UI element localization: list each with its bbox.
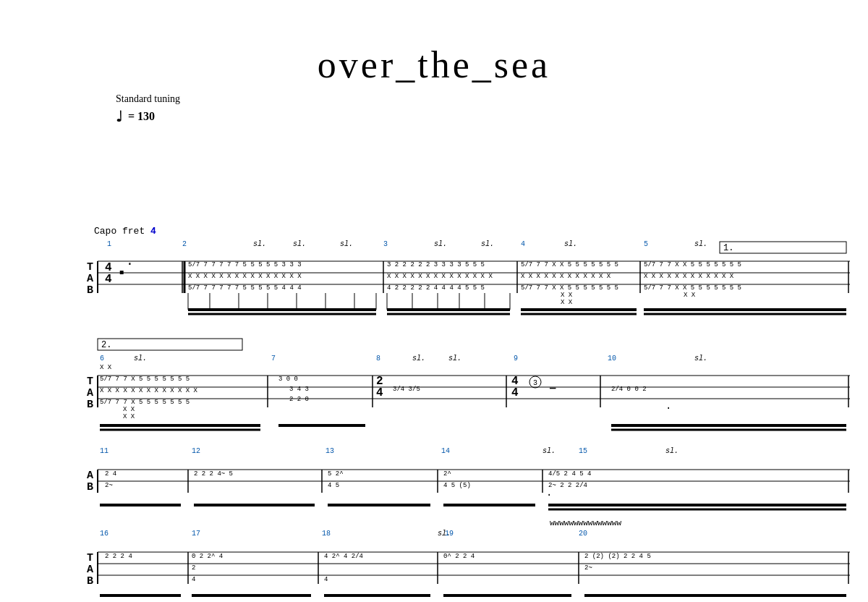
tab-svg: Capo fret 4 1 2 sl. sl. sl. 3 sl. sl. 4 … <box>65 129 861 602</box>
measure-18: 18 <box>322 530 331 538</box>
measure-17: 17 <box>192 530 200 538</box>
m5-t: 5/7 7 7 X X 5 5 5 5 5 5 5 <box>644 261 741 268</box>
ending-2-label: 2. <box>101 340 111 350</box>
m4-xx-1: X X <box>561 292 573 299</box>
measure-10: 10 <box>608 355 616 363</box>
m3-t: 3 2 2 2 2 2 3 3 3 3 5 5 5 <box>387 261 485 268</box>
m20-t: 2 (2) (2) 2 2 4 5 <box>584 553 651 560</box>
tab-T-2: T <box>87 376 93 388</box>
page: over_the_sea Standard tuning ♩ = 130 Cap… <box>0 0 868 602</box>
note-symbol: ♩ <box>116 108 122 125</box>
ending-1-label: 1. <box>723 243 733 253</box>
m7-a-mid: 2 2 0 <box>289 396 309 403</box>
m18-t: 4 2^ 4 2/4 <box>324 553 363 560</box>
m6-xx-2: X X <box>123 406 135 413</box>
tab-A: A <box>87 273 93 285</box>
time-sig-bottom: 4 <box>105 273 112 286</box>
trill-marking: wwwwwwwwwwwwwww <box>550 519 621 527</box>
measure-3: 3 <box>383 240 388 248</box>
m6-xx: X X <box>100 364 112 371</box>
m13-b: 4 5 <box>328 482 339 489</box>
circled-3: 3 <box>533 379 537 387</box>
tab-T: T <box>87 261 93 274</box>
m6-a: X X X X X X X X X X X X X <box>100 387 198 394</box>
m14-a: 2^ <box>443 470 451 478</box>
m15-b: 2~ 2 2 2/4 <box>548 482 587 489</box>
m17-a: 2 <box>192 564 195 572</box>
m6-b: 5/7 7 7 X 5 5 5 5 5 5 5 <box>100 399 190 406</box>
tab-B-3: B <box>87 481 93 493</box>
measure-8: 8 <box>376 355 380 363</box>
sl-6: sl. <box>564 240 577 248</box>
measure-11: 11 <box>100 447 109 455</box>
m12-a: 2 2 2 4~ 5 <box>194 470 233 478</box>
measure-16: 16 <box>100 530 109 538</box>
dot-m15: · <box>546 489 552 501</box>
sl-9: sl. <box>412 355 425 363</box>
m10-notes: 2/4 0 0 2 <box>611 386 647 393</box>
measure-9: 9 <box>514 355 518 363</box>
measure-6: 6 <box>100 355 104 363</box>
m5-b: 5/7 7 7 X X 5 5 5 5 5 5 5 <box>644 284 741 292</box>
tab-A-2: A <box>87 387 93 399</box>
tempo-info: ♩ = 130 <box>116 108 825 125</box>
sl-1: sl. <box>253 240 266 248</box>
sl-10: sl. <box>448 355 461 363</box>
m4-a: X X X X X X X X X X X X <box>521 273 611 280</box>
measure-13: 13 <box>326 447 334 455</box>
m17-b: 4 <box>192 576 195 583</box>
m4-b: 5/7 7 7 X X 5 5 5 5 5 5 5 <box>521 284 618 292</box>
m17-t: 0 2 2^ 4 <box>192 553 223 560</box>
measure-20: 20 <box>579 530 587 538</box>
sl-3: sl. <box>340 240 353 248</box>
sl-5: sl. <box>481 240 494 248</box>
m15-a: 4/5 2 4 5 4 <box>548 470 591 478</box>
m6-xx-3: X X <box>123 413 135 420</box>
tab-A-3: A <box>87 470 93 482</box>
measure-14: 14 <box>441 447 450 455</box>
meta-info: Standard tuning ♩ = 130 <box>101 93 825 125</box>
measure-19: 19 <box>445 530 454 538</box>
m7-t: 3 0 0 <box>278 376 298 383</box>
dot-1: · <box>126 257 134 271</box>
rest-dash: — <box>549 382 556 394</box>
measure-5: 5 <box>644 240 648 248</box>
m5-a: X X X X X X X X X X X X <box>644 273 734 280</box>
m13-a: 5 2^ <box>328 470 344 478</box>
ending-1-box <box>720 242 846 253</box>
tab-notation: Capo fret 4 1 2 sl. sl. sl. 3 sl. sl. 4 … <box>43 125 825 602</box>
m16-t: 2 2 2 4 <box>105 553 132 560</box>
m4-t: 5/7 7 7 X X 5 5 5 5 5 5 5 <box>521 261 618 268</box>
m2-t: 5/7 7 7 7 7 7 5 5 5 5 5 3 3 3 <box>188 261 302 268</box>
measure-1: 1 <box>107 240 111 248</box>
timesig-4-bottom: 4 <box>511 386 519 399</box>
m7-a-top: 3 4 3 <box>289 386 309 393</box>
ending-2-box <box>98 339 242 350</box>
sl-2: sl. <box>293 240 306 248</box>
tab-B-4: B <box>87 575 93 588</box>
sl-7: sl. <box>694 240 707 248</box>
capo-label: Capo fret 4 <box>94 226 156 237</box>
m3-a: X X X X X X X X X X X X X X <box>387 273 493 280</box>
title-section: over_the_sea <box>43 43 825 86</box>
measure-4: 4 <box>521 240 525 248</box>
m19-t: 0^ 2 2 4 <box>443 553 475 560</box>
rest-1: ▪ <box>117 265 126 281</box>
m5-xx-1: X X <box>684 292 696 299</box>
m8-notes: 3/4 3/5 <box>393 386 420 393</box>
sl-13: sl. <box>665 447 678 455</box>
measure-12: 12 <box>192 447 200 455</box>
m4-xx-2: X X <box>561 299 573 306</box>
m11-a: 2 4 <box>105 470 116 478</box>
sl-12: sl. <box>542 447 556 455</box>
timesig-2-bottom: 4 <box>376 386 383 399</box>
tab-B: B <box>87 284 93 297</box>
song-title: over_the_sea <box>43 43 825 86</box>
measure-2: 2 <box>182 240 187 248</box>
m2-a: X X X X X X X X X X X X X X X <box>188 273 302 280</box>
tab-B-2: B <box>87 399 93 411</box>
m18-b: 4 <box>324 576 328 583</box>
m2-b: 5/7 7 7 7 7 7 5 5 5 5 5 4 4 4 <box>188 284 302 292</box>
measure-15: 15 <box>579 447 587 455</box>
dot-m10: · <box>665 402 671 414</box>
